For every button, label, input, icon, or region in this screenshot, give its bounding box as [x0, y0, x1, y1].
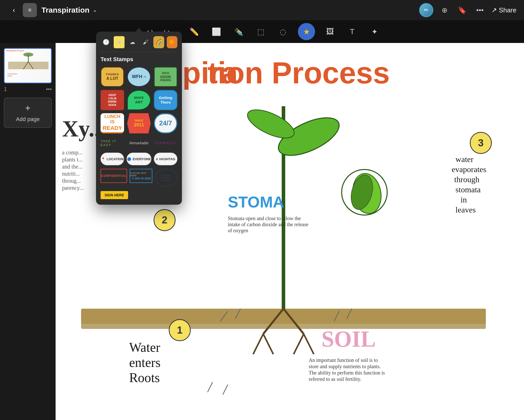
- stamp-hashtag[interactable]: # HASHTAG: [154, 153, 177, 165]
- stamp-since-2011[interactable]: SINCE 2011: [127, 113, 151, 133]
- tab-cloud[interactable]: ☁: [127, 36, 138, 48]
- tab-recent[interactable]: 🕐: [101, 36, 111, 48]
- stamp-lunch-is-ready[interactable]: LUNCH IS READY: [101, 113, 124, 133]
- selection-tool[interactable]: ⬚: [253, 24, 268, 39]
- magic-tool[interactable]: ✦: [367, 24, 382, 39]
- stamp-row: CONFIDENTIAL CUSTOM TEXT HERE ✦ JAN 15 2…: [101, 169, 177, 186]
- add-page-label: Add page: [16, 116, 40, 123]
- svg-text:Process: Process: [8, 75, 12, 77]
- page-thumbnail[interactable]: Transpiration Process Transpiration Proc…: [4, 48, 52, 83]
- lasso-icon: ◌: [280, 27, 286, 36]
- svg-text:water: water: [456, 155, 473, 164]
- svg-text:plants t...: plants t...: [62, 156, 83, 163]
- svg-text:store and supply nutrients to : store and supply nutrients to plants.: [309, 364, 381, 369]
- top-bar-right: ✏ ⊕ 🔖 ••• ↗ Share: [419, 3, 516, 17]
- text-style-row: TAKE IT EASY Remarkable YOURSELF: [101, 137, 177, 149]
- svg-line-41: [304, 334, 314, 354]
- avatar: ✏: [419, 3, 433, 17]
- thumb-content: Transpiration Process Transpiration Proc…: [5, 49, 51, 83]
- svg-line-40: [294, 334, 304, 354]
- svg-line-58: [208, 382, 213, 392]
- stamp-24-7[interactable]: 24/7: [154, 113, 177, 133]
- eraser-icon: ⬜: [212, 27, 221, 36]
- text-icon: T: [350, 27, 354, 36]
- page-label: 1 •••: [4, 86, 52, 92]
- more-options-button[interactable]: •••: [474, 4, 486, 16]
- hashtag-icon: #: [156, 157, 158, 161]
- svg-text:Roots: Roots: [129, 370, 160, 385]
- text-tool[interactable]: T: [345, 24, 360, 39]
- toolbar: ↩ ↪ ✏️ ⬜ ✒️ ⬚ ◌ ★ 🖼 T ✦: [0, 20, 524, 43]
- svg-text:nutriti...: nutriti...: [62, 171, 80, 177]
- svg-text:of oxygen: of oxygen: [228, 228, 248, 234]
- stamp-thanks-a-lot[interactable]: THANKS A LOT: [101, 67, 124, 87]
- svg-text:2: 2: [162, 214, 167, 225]
- sticker-tool[interactable]: ★: [298, 23, 315, 40]
- tab-orange[interactable]: 🔶: [167, 36, 177, 48]
- bookmark-icon-btn[interactable]: 🔖: [456, 4, 469, 16]
- svg-text:An important function of soil : An important function of soil is to: [309, 357, 378, 363]
- pen-icon: ✒️: [234, 27, 243, 36]
- stamp-custom-text[interactable]: CUSTOM TEXT HERE ✦ JAN 15 2020: [130, 169, 152, 183]
- chevron-down-icon[interactable]: ⌄: [92, 7, 97, 13]
- stamp-everyone[interactable]: 🔵 EVERYONE: [127, 153, 151, 165]
- svg-text:1: 1: [177, 324, 182, 336]
- svg-text:Stomata open and close to allo: Stomata open and close to allow the: [228, 216, 301, 221]
- svg-point-2: [23, 53, 33, 57]
- plus-icon: +: [25, 103, 30, 113]
- svg-text:tion Process: tion Process: [208, 56, 390, 90]
- magic-icon: ✦: [371, 27, 378, 36]
- tab-brush[interactable]: 🖌: [140, 36, 151, 48]
- eraser-tool[interactable]: ⬜: [209, 24, 224, 39]
- sticker-grid: THANKS A LOT WFH – SUCH GOOD FRIENDS KEE…: [101, 67, 177, 133]
- add-page-icon-btn[interactable]: ⊕: [438, 4, 451, 16]
- star-icon: ★: [303, 27, 310, 36]
- stamp-keep-calm[interactable]: KEEP CALM DRINK SODA: [101, 90, 124, 110]
- svg-text:Water: Water: [129, 340, 160, 355]
- pencil-tool[interactable]: ✏️: [187, 24, 201, 39]
- svg-text:stomata: stomata: [456, 185, 481, 194]
- stamp-location[interactable]: 📍 LOCATION: [101, 153, 124, 165]
- top-bar: ‹ ≡ Transpiration ⌄ ✏ ⊕ 🔖 ••• ↗ Share: [0, 0, 524, 20]
- stamp-make-art[interactable]: MAKE ART: [127, 90, 151, 110]
- thumb-title: Transpiration Process: [6, 50, 50, 52]
- back-button[interactable]: ‹: [8, 4, 20, 16]
- lasso-tool[interactable]: ◌: [276, 24, 290, 39]
- add-page-button[interactable]: + Add page: [4, 98, 52, 128]
- page-more-icon[interactable]: •••: [46, 86, 52, 92]
- svg-line-39: [263, 334, 273, 354]
- stamp-sign-here[interactable]: SIGN HERE: [101, 191, 128, 199]
- sticker-section-title: Text Stamps: [101, 56, 177, 63]
- document-icon: ≡: [23, 3, 37, 17]
- pen-tool[interactable]: ✒️: [231, 24, 246, 39]
- location-icon: 📍: [101, 157, 105, 161]
- svg-text:enters: enters: [129, 355, 160, 370]
- back-icon: ‹: [13, 6, 15, 14]
- stamp-remarkable[interactable]: Remarkable: [127, 137, 151, 149]
- stamp-getting-there[interactable]: Getting There: [154, 90, 177, 110]
- share-button[interactable]: ↗ Share: [491, 6, 516, 14]
- tab-rainbow[interactable]: 🌈: [153, 36, 164, 48]
- svg-rect-35: [81, 309, 486, 324]
- document-title: Transpiration ⌄: [41, 6, 97, 14]
- svg-text:Transpiration: Transpiration: [8, 73, 17, 75]
- everyone-icon: 🔵: [127, 157, 131, 161]
- svg-text:leaves: leaves: [456, 205, 476, 214]
- svg-text:SOIL: SOIL: [321, 326, 376, 352]
- tab-square[interactable]: ■: [114, 36, 124, 48]
- image-tool[interactable]: 🖼: [323, 24, 337, 39]
- svg-point-26: [244, 104, 298, 144]
- stamp-confidential[interactable]: CONFIDENTIAL: [101, 169, 127, 183]
- stamp-wfh[interactable]: WFH –: [127, 67, 151, 87]
- stamp-yourself[interactable]: YOURSELF: [153, 137, 177, 149]
- stamp-such-good-friends[interactable]: SUCH GOOD FRIENDS: [154, 67, 177, 87]
- stamp-take-it-easy[interactable]: TAKE IT EASY: [101, 137, 125, 149]
- svg-text:referred to as soil fertility.: referred to as soil fertility.: [309, 376, 361, 382]
- stamp-air-mail[interactable]: AIR MAIL 21/10/2021 AIR MAIL: [155, 169, 177, 186]
- svg-line-59: [223, 385, 228, 395]
- svg-text:and the...: and the...: [62, 164, 83, 170]
- pencil-icon: ✏️: [189, 27, 199, 36]
- sign-here-area: SIGN HERE: [101, 190, 177, 200]
- svg-rect-0: [8, 62, 49, 69]
- svg-text:The ability to perform this fu: The ability to perform this function is: [309, 370, 385, 376]
